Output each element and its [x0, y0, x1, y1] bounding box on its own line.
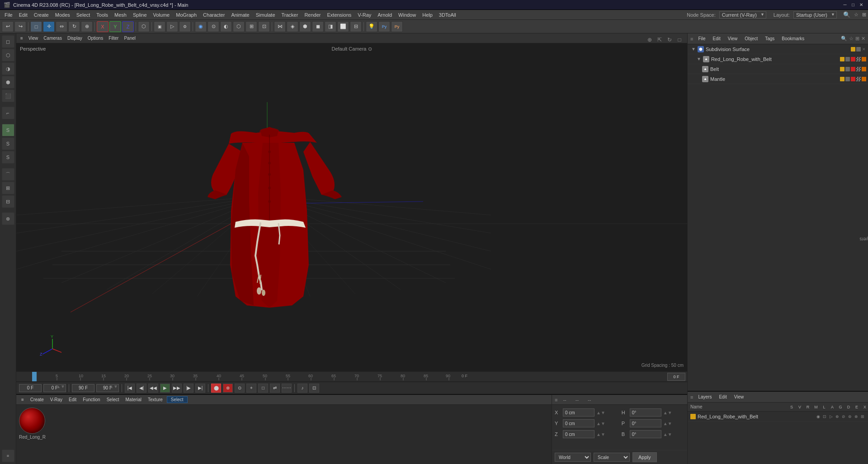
plus-btn[interactable]: + — [246, 384, 256, 393]
layout-dropdown[interactable]: Startup (User) ▼ — [793, 11, 837, 19]
expand-icon[interactable]: ⊞ — [862, 12, 866, 18]
h-rotation-input[interactable] — [630, 408, 661, 417]
z-position-input[interactable] — [563, 430, 594, 438]
menu-character[interactable]: Character — [200, 12, 227, 18]
mat-create-btn[interactable]: Create — [28, 397, 46, 403]
motion-btn[interactable]: ⇌ — [270, 384, 280, 393]
menu-simulate[interactable]: Simulate — [253, 12, 278, 18]
obj-subdivision-surface[interactable]: ▼ ⬢ Subdivision Surface ✕ — [688, 44, 868, 54]
tool1-button[interactable]: ◈ — [287, 21, 298, 32]
render-region-button[interactable]: ▣ — [154, 21, 165, 32]
obj-mantle[interactable]: ▲ Mantle — [688, 74, 868, 84]
y-axis-button[interactable]: Y — [109, 21, 121, 32]
obj-expand-arrow-icon[interactable]: ▼ — [691, 47, 696, 52]
menu-window[interactable]: Window — [396, 12, 419, 18]
menu-select[interactable]: Select — [74, 12, 93, 18]
minimize-button[interactable]: ─ — [842, 2, 848, 8]
x-position-input[interactable] — [563, 408, 594, 417]
layer-e-icon[interactable]: ⊞ — [860, 414, 865, 419]
frame-stepper-icon[interactable]: ▲▼ — [56, 384, 65, 389]
mat-function-btn[interactable]: Function — [80, 397, 102, 403]
keyframe-btn2[interactable]: ⊗ — [223, 384, 233, 393]
layer-lock-icon[interactable]: ⊡ — [822, 414, 827, 419]
python2-button[interactable]: Py — [391, 21, 403, 32]
search-icon[interactable]: 🔍 — [843, 11, 850, 18]
obj-belt[interactable]: ▲ Belt — [688, 64, 868, 74]
timeline-ruler[interactable]: 0 5 10 15 20 25 — [16, 372, 687, 382]
scale-dropdown[interactable]: Scale Size — [594, 453, 630, 462]
menu-help[interactable]: Help — [420, 12, 435, 18]
end-frame-input[interactable] — [72, 384, 94, 392]
menu-mesh[interactable]: Mesh — [112, 12, 129, 18]
view-mode-btn3[interactable]: ◐ — [220, 21, 232, 32]
menu-animate[interactable]: Animate — [228, 12, 252, 18]
viewport-content[interactable]: Perspective Default Camera ⊙ Grid Spacin… — [16, 43, 687, 371]
mat-select-btn[interactable]: Select — [104, 397, 122, 403]
menu-create[interactable]: Create — [31, 12, 52, 18]
record-btn[interactable]: □ — [258, 384, 268, 393]
mat-select2-btn[interactable]: Select — [167, 396, 188, 403]
view-mode-btn2[interactable]: ⊙ — [208, 21, 219, 32]
y-position-input[interactable] — [563, 419, 594, 427]
close-button[interactable]: ✕ — [858, 2, 864, 8]
view-mode-btn4[interactable]: ⬡ — [233, 21, 245, 32]
layer-item-robe[interactable]: Red_Long_Robe_with_Belt ◉ ⊡ ▷ ⊕ ⊘ ⊚ ⊗ ⊞ — [688, 412, 868, 422]
object-tool-button[interactable]: ⬡ — [138, 21, 150, 32]
obj-view-btn[interactable]: View — [726, 36, 740, 42]
tool6-button[interactable]: ⊟ — [350, 21, 362, 32]
move-tool-button[interactable]: ✛ — [43, 21, 55, 32]
render-settings-button[interactable]: ⚙ — [179, 21, 191, 32]
tool3-button[interactable]: ◼ — [312, 21, 324, 32]
obj-search-icon[interactable]: 🔍 — [841, 36, 847, 42]
play-reverse-button[interactable]: ◀◀ — [148, 384, 158, 393]
obj-robe-expand-icon[interactable]: ▼ — [697, 56, 701, 61]
obj-file-btn[interactable]: File — [696, 36, 708, 42]
layers-edit-btn[interactable]: Edit — [717, 394, 729, 400]
keyframe-btn1[interactable]: ⬤ — [211, 384, 221, 393]
tool2-button[interactable]: ⬢ — [299, 21, 311, 32]
model-mode-button[interactable]: ◻ — [2, 35, 14, 48]
curve-tool-button[interactable]: ⌒ — [2, 168, 14, 181]
layer-anim-icon[interactable]: ⊘ — [841, 414, 846, 419]
vp-options-btn[interactable]: Options — [85, 35, 105, 41]
menu-vray[interactable]: V-Ray — [355, 12, 374, 18]
snapping-button[interactable]: ⋈ — [274, 21, 286, 32]
menu-tracker[interactable]: Tracker — [279, 12, 301, 18]
vp-panel-btn[interactable]: Panel — [122, 35, 138, 41]
p-arrow-icon[interactable]: ▲▼ — [663, 421, 672, 426]
python-button[interactable]: Py — [378, 21, 390, 32]
mesh-mode-button[interactable]: ⬡ — [2, 49, 14, 61]
mat-menu-btn[interactable]: ≡ — [19, 397, 26, 403]
vp-view-btn[interactable]: View — [26, 35, 41, 41]
layer-eye-icon[interactable]: ◉ — [816, 414, 821, 419]
layer-d-icon[interactable]: ⊗ — [854, 414, 859, 419]
redo-button[interactable]: ↪ — [14, 21, 26, 32]
object-mode-button[interactable]: □ — [30, 21, 42, 32]
y-arrow-icon[interactable]: ▲▼ — [596, 421, 605, 426]
vp-filter-btn[interactable]: Filter — [106, 35, 121, 41]
menu-edit[interactable]: Edit — [16, 12, 30, 18]
z-axis-button[interactable]: Z — [122, 21, 134, 32]
menu-3dtoall[interactable]: 3DToAll — [436, 12, 459, 18]
layer-motion-icon[interactable]: ⊕ — [835, 414, 840, 419]
layers-label-btn[interactable]: Layers — [696, 394, 714, 400]
s3-tool-button[interactable]: S — [2, 151, 14, 164]
s-tool-button[interactable]: S — [2, 124, 14, 136]
vp-link-icon[interactable]: ⊕ — [646, 36, 654, 44]
sound-btn[interactable]: ♪ — [297, 384, 307, 393]
vp-display-btn[interactable]: Display — [65, 35, 85, 41]
obj-close-x-icon[interactable]: ✕ — [861, 36, 865, 42]
vp-expand-icon[interactable]: ⇱ — [656, 36, 664, 44]
coords-menu-btn[interactable]: ≡ — [555, 397, 557, 403]
prev-frame-button[interactable]: ◀| — [137, 384, 146, 393]
obj-object-btn[interactable]: Object — [742, 36, 760, 42]
menu-tools[interactable]: Tools — [94, 12, 111, 18]
s2-tool-button[interactable]: S — [2, 137, 14, 150]
mat-edit-btn[interactable]: Edit — [66, 397, 79, 403]
mat-material-btn[interactable]: Material — [123, 397, 144, 403]
view-mode-btn6[interactable]: ⊡ — [258, 21, 270, 32]
polygon-mode-button[interactable]: ⬢ — [2, 76, 14, 89]
obj-tags-btn[interactable]: Tags — [763, 36, 777, 42]
obj-edit-btn[interactable]: Edit — [711, 36, 723, 42]
rotate-tool-button[interactable]: ↻ — [68, 21, 80, 32]
